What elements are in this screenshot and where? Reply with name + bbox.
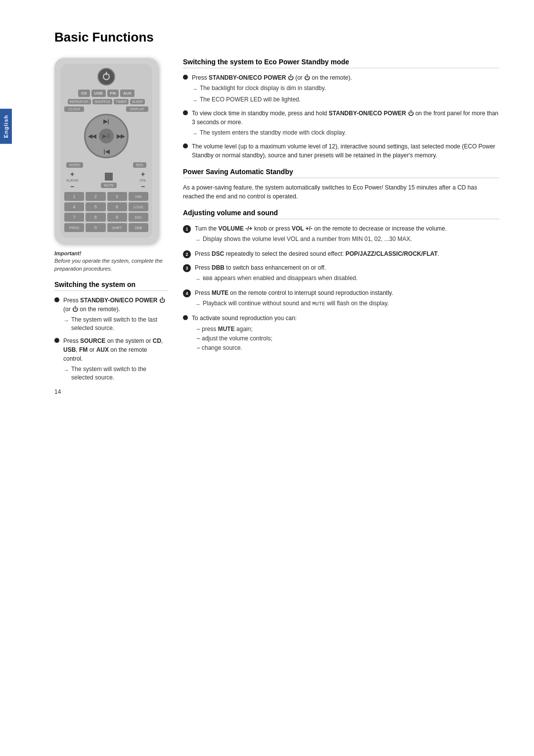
play-pause-button[interactable]: ▶II: [99, 129, 114, 143]
album-minus-button[interactable]: −: [70, 183, 74, 190]
eco-bullet-icon-3: [183, 143, 188, 148]
eco-standby-section: Switching the system to Eco Power Standb…: [183, 58, 499, 160]
prog-button[interactable]: PROG: [64, 223, 84, 232]
album-plus-button[interactable]: +: [70, 171, 74, 178]
num-0-button[interactable]: 0: [86, 223, 105, 232]
vol-plus-button[interactable]: +: [141, 171, 145, 178]
display-button[interactable]: DISPLAY: [126, 106, 148, 112]
vol-text-5: To activate sound reproduction you can: …: [192, 314, 297, 353]
power-saving-title: Power Saving Automatic Standby: [183, 168, 499, 178]
shift-button[interactable]: SHIFT: [107, 223, 127, 232]
eco-arrow-icon-1a: →: [192, 85, 198, 94]
clock-button[interactable]: CLOCK: [64, 106, 84, 112]
intro-rds-row: INTRO RDS: [64, 162, 148, 168]
num-3-button[interactable]: 3: [107, 192, 127, 201]
rewind-button[interactable]: ◀◀: [88, 133, 96, 140]
vol-item-4: 4 Press MUTE on the remote control to in…: [183, 288, 499, 309]
eco-text-3: The volume level (up to a maximum volume…: [192, 142, 499, 160]
eco-arrow-2a: → The system enters the standby mode wit…: [192, 129, 499, 138]
eco-text-2: To view clock time in standby mode, pres…: [192, 109, 499, 138]
num-9-button[interactable]: 9: [107, 213, 127, 222]
vol-arrow-icon-3: →: [195, 275, 201, 284]
num-8-button[interactable]: 8: [86, 213, 105, 222]
mute-button[interactable]: MUTE: [101, 183, 117, 188]
album-label: ALBUM: [66, 179, 78, 182]
eco-arrow-icon-1b: →: [192, 96, 198, 105]
num-2-button[interactable]: 2: [86, 192, 105, 201]
eco-bullet-icon-2: [183, 110, 188, 115]
adjusting-volume-section: Adjusting volume and sound 1 Turn the VO…: [183, 209, 499, 353]
vol-arrow-icon-1: →: [195, 236, 201, 244]
vol-arrow-text-4: Playback will continue without sound and…: [203, 299, 389, 308]
usb-button[interactable]: USB: [91, 90, 106, 97]
vol-arrow-text-1: Display shows the volume level VOL and a…: [203, 235, 412, 243]
timer-button[interactable]: TIMER: [114, 99, 129, 104]
main-content: CD USB FM AUX REPEAT/ST. SHUFFLE TIMER S…: [54, 58, 499, 385]
eco-arrow-1a: → The backlight for clock display is dim…: [192, 84, 352, 94]
power-button[interactable]: [97, 68, 115, 86]
switching-on-text-2: Press SOURCE on the system or CD, USB, F…: [63, 336, 168, 382]
dbb-button[interactable]: DBB: [129, 223, 148, 232]
vol-arrow-3: → BBB appears when enabled and disappear…: [195, 274, 357, 284]
arrow-icon-2: →: [63, 366, 69, 375]
intro-button[interactable]: INTRO: [66, 162, 83, 168]
vol-item-1: 1 Turn the VOLUME -/+ knob or press VOL …: [183, 224, 499, 244]
page-container: English Basic Functions: [0, 0, 534, 415]
vol-text-3: Press DBB to switch bass enhancement on …: [195, 263, 357, 284]
nav-circle: ▶| ◀◀ ▶II ▶▶ |◀: [84, 114, 129, 158]
switching-on-title: Switching the system on: [54, 281, 168, 291]
eco-arrow-text-1b: The ECO POWER LED will be lighted.: [200, 95, 301, 104]
rds-button[interactable]: RDS: [133, 162, 146, 168]
num-6-button[interactable]: 6: [107, 202, 127, 211]
vol-stop-row: + ALBUM − MUTE + VOL −: [64, 171, 148, 190]
vol-arrow-text-3: BBB appears when enabled and disappears …: [203, 274, 357, 283]
important-text: Before you operate the system, complete …: [54, 257, 168, 273]
repeat-button[interactable]: REPEAT/ST.: [68, 99, 91, 104]
source-buttons-row: CD USB FM AUX: [64, 90, 148, 97]
num-1-button[interactable]: 1: [64, 192, 84, 201]
loud-button[interactable]: LOUD: [129, 202, 148, 211]
stop-button[interactable]: [105, 173, 113, 181]
eco-bullet-2: To view clock time in standby mode, pres…: [183, 109, 499, 138]
important-title: Important!: [54, 250, 168, 257]
num-5-button[interactable]: 5: [86, 202, 105, 211]
vol-item-3: 3 Press DBB to switch bass enhancement o…: [183, 263, 499, 284]
vol-arrow-1: → Display shows the volume level VOL and…: [195, 235, 447, 244]
aux-button[interactable]: AUX: [120, 90, 134, 97]
eco-standby-title: Switching the system to Eco Power Standb…: [183, 58, 499, 68]
adjusting-volume-title: Adjusting volume and sound: [183, 209, 499, 219]
arrow-text-2: The system will switch to the selected s…: [71, 365, 168, 382]
eco-arrow-1b: → The ECO POWER LED will be lighted.: [192, 95, 352, 105]
fm-button[interactable]: FM: [107, 90, 119, 97]
dsc-button[interactable]: DSC: [129, 213, 148, 222]
sleep-button[interactable]: SLEEP: [130, 99, 145, 104]
arrow-point-2: → The system will switch to the selected…: [63, 365, 168, 382]
switching-on-section: Switching the system on Press STANDBY-ON…: [54, 281, 168, 381]
shuffle-button[interactable]: SHUFFLE: [92, 99, 112, 104]
func-row-1: REPEAT/ST. SHUFFLE TIMER SLEEP: [64, 99, 148, 104]
dash-item-1: press MUTE again;: [197, 325, 297, 334]
power-area: [64, 68, 148, 86]
important-note: Important! Before you operate the system…: [54, 250, 168, 273]
arrow-text-1: The system will switch to the last selec…: [71, 316, 168, 332]
eco-bullet-icon-1: [183, 75, 188, 80]
bullet-icon-1: [54, 297, 59, 302]
num-7-button[interactable]: 7: [64, 213, 84, 222]
cd-button[interactable]: CD: [78, 90, 90, 97]
dim-button[interactable]: DIM: [129, 192, 148, 201]
remote-inner: CD USB FM AUX REPEAT/ST. SHUFFLE TIMER S…: [60, 64, 152, 238]
vol-minus-button[interactable]: −: [141, 183, 145, 190]
skip-forward-button[interactable]: ▶|: [103, 118, 109, 125]
number-grid: 1 2 3 DIM 4 5 6 LOUD 7 8 9 DSC PROG 0: [64, 192, 148, 232]
eco-bullet-1: Press STANDBY-ON/ECO POWER ⏻ (or ⏻ on th…: [183, 73, 499, 105]
num-4-button[interactable]: 4: [64, 202, 84, 211]
skip-back-button[interactable]: |◀: [103, 148, 109, 155]
func-row-2: CLOCK DISPLAY: [64, 106, 148, 112]
page-title: Basic Functions: [54, 30, 499, 49]
vol-column: + VOL −: [139, 171, 146, 190]
vol-bullet-5: [183, 315, 188, 320]
fast-forward-button[interactable]: ▶▶: [117, 133, 125, 140]
switching-on-text-1: Press STANDBY-ON/ECO POWER ⏻ (or ⏻ on th…: [63, 296, 168, 332]
power-saving-section: Power Saving Automatic Standby As a powe…: [183, 168, 499, 201]
switching-on-bullet-1: Press STANDBY-ON/ECO POWER ⏻ (or ⏻ on th…: [54, 296, 168, 332]
